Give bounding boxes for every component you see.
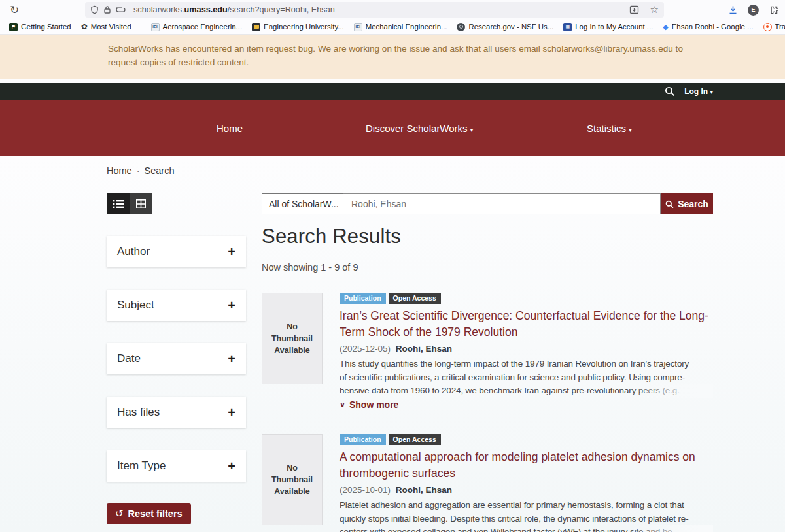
bookmark-star-icon[interactable]: ☆	[650, 4, 659, 16]
show-more-button[interactable]: ∨ Show more	[340, 399, 398, 410]
bookmark-label: Research.gov - NSF Us...	[468, 23, 553, 31]
nav-item-home[interactable]: Home	[217, 123, 243, 134]
publication-badge: Publication	[340, 434, 386, 445]
result-abstract: Platelet adhesion and aggregation are es…	[340, 499, 713, 532]
gear-icon: ✿	[81, 22, 88, 31]
bookmark-item[interactable]: IEI Mechanical Engineerin...	[354, 23, 447, 31]
result-title-link[interactable]: A computational approach for modeling pl…	[340, 449, 713, 482]
grid-view-button[interactable]	[130, 193, 152, 214]
site-favicon	[252, 23, 260, 31]
bookmark-item[interactable]: Engineering University...	[252, 23, 344, 31]
reset-filters-button[interactable]: ↺ Reset filters	[107, 503, 191, 524]
expand-plus-icon: +	[228, 405, 236, 420]
search-scope-dropdown[interactable]: All of ScholarW...	[262, 193, 343, 214]
page-content: Home·Search Author + Subject + Date	[0, 156, 785, 532]
account-avatar[interactable]: E	[748, 5, 759, 16]
circle-favicon	[763, 23, 772, 31]
site-favicon: IEI	[151, 23, 160, 31]
bookmark-label: Mechanical Engineerin...	[366, 23, 447, 31]
publication-badge: Publication	[340, 293, 386, 304]
chevron-down-icon: ▾	[629, 126, 632, 133]
thumbnail-placeholder[interactable]: No Thumbnail Available	[262, 434, 323, 525]
bookmark-item[interactable]: ✿ Most Visited	[81, 22, 131, 31]
view-toggle	[107, 193, 246, 214]
bookmark-item[interactable]: ◆ Ehsan Roohi - Google ...	[663, 23, 753, 31]
bookmark-item[interactable]: Research.gov - NSF Us...	[457, 23, 553, 31]
filter-label: Author	[117, 245, 150, 258]
bookmark-item[interactable]: ▦ Log In to My Account ...	[563, 23, 653, 31]
abstract-line: of scientific publications, a critical e…	[340, 371, 713, 385]
expand-plus-icon: +	[228, 298, 236, 313]
bookmarks-bar: ⚑ Getting Started ✿ Most Visited IEI Aer…	[0, 20, 785, 35]
chevron-down-icon: ∨	[340, 401, 345, 409]
bookmark-label: Aerospace Engineerin...	[163, 23, 243, 31]
filter-group-subject[interactable]: Subject +	[107, 290, 246, 321]
list-view-button[interactable]	[107, 193, 130, 214]
url-bar[interactable]: scholarworks.umass.edu/search?query=Rooh…	[85, 2, 664, 18]
show-more-label: Show more	[349, 399, 398, 410]
lock-icon[interactable]	[103, 5, 111, 14]
thumbnail-text: Available	[274, 344, 309, 356]
search-query-input[interactable]	[343, 193, 661, 214]
thumbnail-placeholder[interactable]: No Thumbnail Available	[262, 293, 323, 384]
result-item: No Thumbnail Available Publication Open …	[262, 293, 713, 410]
result-meta: (2025-10-01) Roohi, Ehsan	[340, 485, 713, 495]
breadcrumb-current: Search	[145, 165, 175, 176]
bookmark-item[interactable]: ⚑ Getting Started	[9, 23, 71, 31]
filter-group-date[interactable]: Date +	[107, 343, 246, 374]
thumbnail-text: Available	[274, 486, 309, 497]
filter-label: Has files	[117, 406, 160, 419]
url-text[interactable]: scholarworks.umass.edu/search?query=Rooh…	[133, 5, 624, 14]
shield-icon[interactable]	[90, 5, 99, 14]
abstract-line: Platelet adhesion and aggregation are es…	[340, 499, 713, 512]
site-favicon: IEI	[354, 23, 362, 31]
undo-icon: ↺	[115, 508, 124, 520]
filter-group-author[interactable]: Author +	[107, 236, 246, 267]
filter-group-item-type[interactable]: Item Type +	[107, 450, 246, 482]
results-count: Now showing 1 - 9 of 9	[262, 262, 713, 273]
page-title: Search Results	[262, 225, 713, 248]
breadcrumb-separator: ·	[137, 165, 140, 176]
nav-item-statistics[interactable]: Statistics▾	[587, 123, 632, 134]
result-title-link[interactable]: Iran’s Great Scientific Divergence: Coun…	[340, 308, 713, 341]
flag-icon: ⚑	[9, 23, 18, 31]
thumbnail-text: No Thumbnail	[266, 462, 318, 486]
nav-item-discover[interactable]: Discover ScholarWorks▾	[366, 123, 474, 134]
header-search-icon[interactable]	[665, 86, 675, 97]
abstract-line: hensive data from 1960 to 2024, we bench…	[340, 384, 713, 398]
bookmark-label: Log In to My Account ...	[575, 23, 653, 31]
search-button-label: Search	[678, 199, 708, 209]
abstract-line: ceptors with exposed collagen and von Wi…	[340, 525, 713, 532]
save-page-icon[interactable]	[629, 5, 639, 14]
abstract-line: This study quantifies the long-term impa…	[340, 357, 713, 371]
search-icon	[665, 200, 674, 208]
expand-plus-icon: +	[228, 244, 236, 259]
reload-icon[interactable]: ↻	[8, 3, 21, 17]
expand-plus-icon: +	[228, 352, 236, 367]
search-button[interactable]: Search	[661, 193, 713, 214]
filter-label: Subject	[117, 299, 154, 312]
reset-filters-label: Reset filters	[128, 508, 183, 519]
filters-sidebar: Author + Subject + Date + Has files + It…	[107, 193, 246, 532]
filter-group-has-files[interactable]: Has files +	[107, 397, 246, 428]
bookmark-item[interactable]: IEI Aerospace Engineerin...	[151, 23, 243, 31]
thumbnail-text: No Thumbnail	[266, 321, 318, 344]
alert-banner: ScholarWorks has encountered an item req…	[0, 35, 785, 79]
result-item: No Thumbnail Available Publication Open …	[262, 434, 713, 532]
expand-plus-icon: +	[228, 459, 236, 474]
bookmark-label: Engineering University...	[264, 23, 344, 31]
result-meta: (2025-12-05) Roohi, Ehsan	[340, 344, 713, 354]
scholar-favicon: ◆	[663, 23, 668, 31]
chevron-down-icon: ▾	[470, 126, 474, 133]
globe-favicon	[457, 23, 465, 31]
bookmark-label: Most Visited	[91, 23, 131, 31]
browser-toolbar: ↻ scholarworks.umass.edu/search?query=Ro…	[0, 0, 785, 20]
download-icon[interactable]	[728, 5, 738, 15]
extensions-puzzle-icon[interactable]	[769, 5, 778, 15]
breadcrumb-home-link[interactable]: Home	[107, 165, 132, 176]
bookmark-item[interactable]: Track your DNA kit - R...	[763, 23, 785, 31]
results-column: All of ScholarW... Search Search Results…	[262, 193, 713, 532]
login-dropdown[interactable]: Log In ▾	[684, 87, 713, 96]
result-author: Roohi, Ehsan	[396, 485, 452, 495]
toggle-icon[interactable]	[116, 6, 126, 14]
